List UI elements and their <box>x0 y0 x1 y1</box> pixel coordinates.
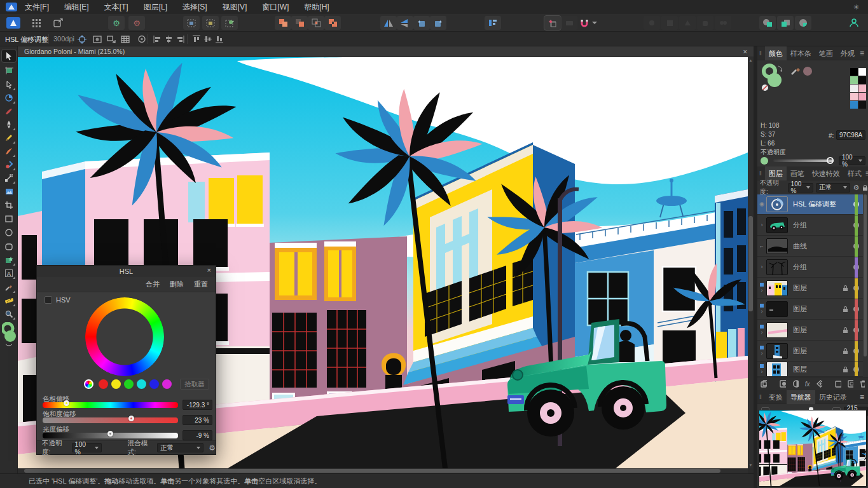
edit-all-layers-button[interactable] <box>136 34 148 44</box>
fill-tool[interactable] <box>2 172 16 184</box>
move-tool[interactable] <box>2 50 16 62</box>
lock-icon[interactable] <box>843 366 848 373</box>
blend-mode-select[interactable]: 正常 <box>157 443 203 452</box>
insert-behind-button[interactable] <box>759 16 776 30</box>
account-button[interactable] <box>846 16 862 30</box>
pattern-layer-icon[interactable] <box>816 380 822 388</box>
menu-file[interactable]: 文件[F] <box>17 0 57 14</box>
vertical-scroll-thumb[interactable] <box>748 216 753 311</box>
vector-brush-tool[interactable] <box>2 145 16 158</box>
boolean-intersect-button[interactable] <box>308 16 324 30</box>
shape-tool[interactable] <box>2 254 16 266</box>
panel-opacity-value[interactable]: 100 % <box>839 156 865 165</box>
layer-thumbnail[interactable] <box>766 301 788 317</box>
tab-swatches[interactable]: 样本条 <box>787 46 815 60</box>
snap-grid-button[interactable] <box>544 16 561 30</box>
adjustment-layer-icon[interactable] <box>792 380 798 388</box>
expand-chevron-icon[interactable]: › <box>757 325 766 336</box>
document-close-icon[interactable]: × <box>743 48 747 55</box>
node-tool[interactable] <box>2 78 16 91</box>
hue-shift-handle[interactable] <box>64 400 69 406</box>
hue-shift-slider[interactable] <box>43 402 178 408</box>
menu-select[interactable]: 选择[S] <box>175 0 215 14</box>
layer-row-image-2[interactable]: › 图层 <box>757 299 863 320</box>
swatch-cell[interactable] <box>858 101 866 109</box>
menu-text[interactable]: 文本[T] <box>97 0 136 14</box>
tab-brushes[interactable]: 画笔 <box>787 166 808 180</box>
swatch-cell[interactable] <box>850 93 858 100</box>
picker-button[interactable]: 拾取器 <box>180 379 209 390</box>
lock-icon[interactable] <box>843 348 848 355</box>
color-picker-row-icon[interactable] <box>790 65 813 77</box>
panel-grip-icon[interactable]: ‖ <box>759 394 762 400</box>
align-bottom-button[interactable] <box>214 34 225 44</box>
rainbow-swatch[interactable] <box>84 379 93 389</box>
layers-panel-menu-icon[interactable]: ≡ <box>865 169 868 178</box>
tab-styles[interactable]: 样式 <box>844 166 865 180</box>
cycle-selection-button[interactable] <box>92 34 103 44</box>
yellow-swatch[interactable] <box>111 379 121 389</box>
alignment-button[interactable] <box>485 16 501 30</box>
settings-button[interactable]: ⚙ <box>128 16 145 30</box>
pencil-tool[interactable] <box>2 132 16 144</box>
align-left-button[interactable] <box>151 34 163 44</box>
expand-chevron-icon[interactable]: › <box>757 346 766 356</box>
swatch-cell[interactable] <box>858 76 866 84</box>
export-button[interactable] <box>50 16 66 30</box>
dialog-opacity-select[interactable]: 100 % <box>72 443 102 452</box>
marquee-box-2-button[interactable] <box>202 16 219 30</box>
lock-icon[interactable] <box>843 306 848 313</box>
swatch-cell[interactable] <box>850 85 858 92</box>
expand-chevron-icon[interactable]: › <box>757 222 766 228</box>
saturation-shift-handle[interactable] <box>128 416 134 421</box>
tab-color[interactable]: 颜色 <box>765 46 787 60</box>
horizontal-scroll-thumb[interactable] <box>24 469 720 473</box>
align-center-h-button[interactable] <box>163 34 174 44</box>
menu-view[interactable]: 视图[V] <box>215 0 255 14</box>
swatch-cell[interactable] <box>858 85 866 92</box>
hsv-checkbox[interactable] <box>45 296 52 304</box>
expand-chevron-icon[interactable]: › <box>757 283 766 294</box>
place-image-tool[interactable] <box>2 185 16 198</box>
rotate-ccw-button[interactable] <box>413 16 430 30</box>
measure-tool[interactable] <box>2 294 16 307</box>
swatch-cell[interactable] <box>850 68 858 76</box>
document-tab-bar[interactable]: Giordano Poloni - Miami (215.0%) × <box>18 46 754 57</box>
scroll-up-icon[interactable]: ▲ <box>748 57 754 64</box>
panel-opacity-slider[interactable] <box>773 159 834 162</box>
align-top-button[interactable] <box>191 34 202 44</box>
hsl-dialog[interactable]: HSL × 合并 删除 重置 HSV 拾取器 色相偏移 -129.3 ° 饱和度… <box>36 265 216 455</box>
layer-row-image-5[interactable]: › 图层 <box>757 362 863 377</box>
fill-stroke-indicator-icon[interactable] <box>761 64 789 92</box>
layer-thumbnail[interactable] <box>766 362 788 377</box>
layer-row-image-3[interactable]: › 图层 <box>757 320 863 341</box>
layer-thumbnail[interactable] <box>766 322 788 338</box>
dialog-settings-gear-icon[interactable]: ⚙ <box>209 444 216 452</box>
layer-row-group-palms[interactable]: › 分组 <box>757 257 863 278</box>
layer-row-image-1[interactable]: › 图层 <box>757 278 863 299</box>
luminosity-shift-handle[interactable] <box>107 431 113 437</box>
tab-transform[interactable]: 变换 <box>765 390 787 404</box>
color-picker-tool[interactable] <box>2 281 16 294</box>
flip-horizontal-button[interactable] <box>380 16 397 30</box>
hue-wheel[interactable] <box>85 297 164 376</box>
trash-icon[interactable] <box>860 380 865 388</box>
delete-button[interactable]: 删除 <box>170 280 184 289</box>
grid-toggle-button[interactable] <box>120 34 131 44</box>
saturation-shift-slider[interactable] <box>43 417 178 423</box>
blue-swatch[interactable] <box>149 379 159 389</box>
layer-thumbnail[interactable] <box>766 238 788 254</box>
ellipse-tool[interactable] <box>2 226 16 239</box>
layer-thumbnail[interactable] <box>766 259 788 275</box>
text-tool[interactable]: A <box>2 267 16 280</box>
navigator-thumbnail[interactable] <box>759 410 867 487</box>
vertical-scrollbar[interactable]: ▲ ▼ <box>748 57 754 468</box>
boolean-add-button[interactable] <box>275 16 291 30</box>
layer-effects-icon[interactable]: fx <box>805 381 810 388</box>
affinity-logo-icon[interactable] <box>6 3 17 11</box>
tab-history[interactable]: 历史记录 <box>815 390 851 404</box>
boolean-divide-button[interactable] <box>324 16 341 30</box>
zoom-tool[interactable] <box>2 308 16 320</box>
tab-appearance[interactable]: 外观 <box>837 46 858 60</box>
transform-origin-button[interactable] <box>76 34 88 44</box>
